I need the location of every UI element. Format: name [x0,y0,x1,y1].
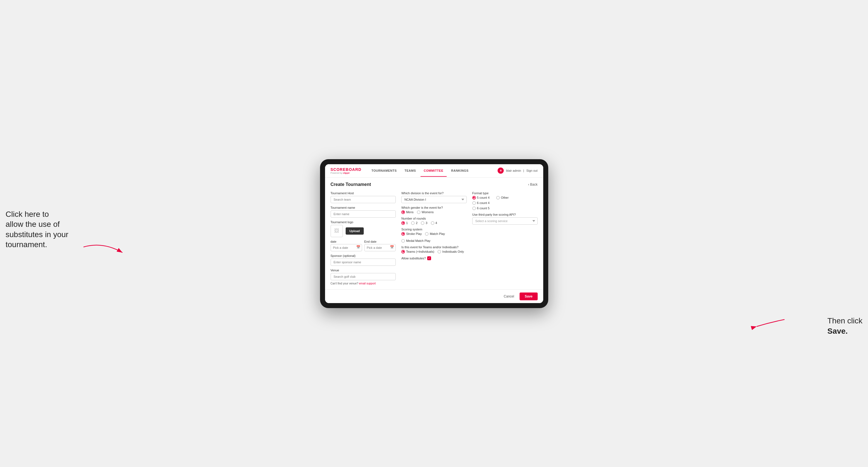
form-group-host: Tournament Host [331,191,396,203]
scoring-medal[interactable]: Medal Match Play [401,239,430,243]
logo-placeholder: 🖼 [331,225,343,237]
format-options: 5 count 4 Other 6 count 4 [472,196,538,210]
host-label: Tournament Host [331,191,396,195]
nav-user: B blair admin | Sign out [498,167,537,174]
gender-womens-dot [417,210,421,214]
gender-womens[interactable]: Womens [417,210,434,214]
scoring-label: Scoring system [401,228,467,231]
form-group-scoring-api: Use third-party live scoring API? Select… [472,213,538,225]
format-6count4-label: 6 count 4 [477,201,490,205]
format-other[interactable]: Other [496,196,509,199]
back-link[interactable]: Back [528,183,537,186]
scoring-match-dot [425,232,429,236]
teams-radio-group: Teams (+Individuals) Individuals Only [401,250,467,253]
gender-mens[interactable]: Mens [401,210,413,214]
start-date-label: date [331,240,362,243]
rounds-radio-group: 1 2 3 4 [401,221,467,225]
host-input[interactable] [331,196,396,203]
substitutes-option[interactable]: Allow substitutes? ✓ [401,256,467,260]
format-6count5-dot [472,207,476,210]
teams-teams[interactable]: Teams (+Individuals) [401,250,434,253]
teams-individuals[interactable]: Individuals Only [437,250,464,253]
venue-email-link[interactable]: email support [359,282,376,285]
gender-mens-label: Mens [406,210,413,214]
teams-teams-label: Teams (+Individuals) [406,250,434,253]
form-columns: Tournament Host Tournament name Tourname… [331,191,538,285]
substitutes-label: Allow substitutes? [401,257,426,260]
rounds-1-dot [401,221,405,225]
logo-area: SCOREBOARD Powered by clippd [331,167,362,174]
start-date-icon: 📅 [356,245,361,249]
form-group-scoring: Scoring system Stroke Play Match Play [401,228,467,243]
name-label: Tournament name [331,206,396,209]
tablet-frame: SCOREBOARD Powered by clippd TOURNAMENTS… [320,159,548,308]
end-date-wrapper: End date 📅 [364,240,396,251]
page-header: Create Tournament Back [331,182,538,187]
rounds-3[interactable]: 3 [421,221,427,225]
annotation-right-bold: Save. [827,327,848,335]
end-date-icon: 📅 [390,245,394,249]
page-content: Create Tournament Back Tournament Host T… [325,178,543,289]
scoring-stroke-label: Stroke Play [406,232,422,236]
format-6count5-label: 6 count 5 [477,207,490,210]
teams-teams-dot [401,250,405,253]
scoring-match[interactable]: Match Play [425,232,445,236]
name-input[interactable] [331,210,396,218]
start-date-wrapper: date 📅 [331,240,362,251]
format-label: Format type [472,191,538,195]
arrow-right [754,317,787,332]
venue-label: Venue [331,269,396,272]
save-button[interactable]: Save [520,292,537,300]
date-row: date 📅 End date 📅 [331,240,396,251]
scoring-stroke[interactable]: Stroke Play [401,232,422,236]
nav-item-rankings[interactable]: RANKINGS [448,165,472,177]
rounds-2[interactable]: 2 [411,221,417,225]
format-other-label: Other [501,196,509,199]
gender-radio-group: Mens Womens [401,210,467,214]
nav-items: TOURNAMENTS TEAMS COMMITTEE RANKINGS [368,165,498,177]
annotation-right: Then click Save. [827,316,862,336]
substitutes-checkbox[interactable]: ✓ [427,256,431,260]
gender-womens-label: Womens [422,210,434,214]
format-6count4[interactable]: 6 count 4 [472,201,538,205]
format-6count5[interactable]: 6 count 5 [472,207,538,210]
annotation-left-line3: substitutes in your [6,230,68,239]
rounds-3-label: 3 [426,221,427,225]
rounds-4[interactable]: 4 [431,221,437,225]
nav-item-tournaments[interactable]: TOURNAMENTS [368,165,400,177]
scoring-medal-label: Medal Match Play [406,239,430,242]
form-section-middle: Which division is the event for? NCAA Di… [401,191,467,285]
form-group-venue: Venue Can't find your venue? email suppo… [331,269,396,285]
format-5count4[interactable]: 5 count 4 [472,196,490,199]
venue-help: Can't find your venue? email support [331,282,396,285]
user-avatar: B [498,167,504,174]
venue-input[interactable] [331,273,396,280]
rounds-1[interactable]: 1 [401,221,408,225]
logo-powered: Powered by clippd [331,172,362,174]
rounds-4-dot [431,221,434,225]
bottom-bar: Cancel Save [325,289,543,303]
annotation-left-line4: tournament. [6,240,47,249]
scoring-match-label: Match Play [430,232,445,236]
scoring-medal-dot [401,239,405,243]
annotation-left: Click here to allow the use of substitut… [6,209,68,250]
nav-item-committee[interactable]: COMMITTEE [421,165,447,177]
cancel-button[interactable]: Cancel [501,293,517,300]
sponsor-input[interactable] [331,258,396,266]
form-section-right: Format type 5 count 4 Other [472,191,538,285]
tablet-screen: SCOREBOARD Powered by clippd TOURNAMENTS… [325,164,543,303]
scoring-service-select[interactable]: Select a scoring service [472,217,538,225]
sponsor-label: Sponsor (optional) [331,254,396,257]
page-title: Create Tournament [331,182,371,187]
division-select[interactable]: NCAA Division I [401,196,467,203]
gender-label: Which gender is the event for? [401,206,467,209]
annotation-left-line2: allow the use of [6,220,60,228]
form-group-dates: date 📅 End date 📅 [331,240,396,251]
nav-item-teams[interactable]: TEAMS [401,165,420,177]
rounds-2-dot [411,221,415,225]
end-date-label: End date [364,240,396,243]
sign-out-link[interactable]: Sign out [526,169,537,172]
annotation-right-line1: Then click [827,316,862,325]
upload-button[interactable]: Upload [346,227,364,235]
form-section-left: Tournament Host Tournament name Tourname… [331,191,396,285]
